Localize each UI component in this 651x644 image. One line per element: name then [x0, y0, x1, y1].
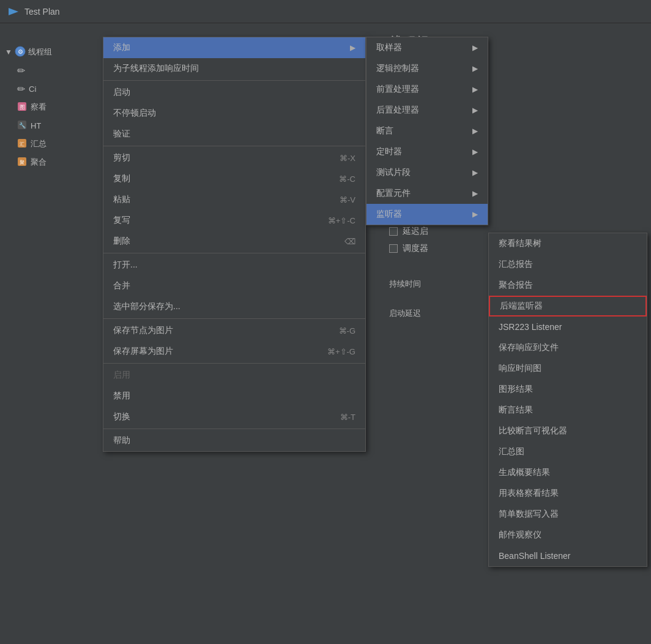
- menu2-item-post-processor[interactable]: 后置处理器 ▶: [366, 100, 488, 121]
- tree-item-thread-group[interactable]: ▼ ⚙ 线程组: [0, 43, 103, 61]
- menu1-help-label: 帮助: [113, 435, 355, 446]
- menu3-item-compare-assertion-visualizer[interactable]: 比较断言可视化器: [489, 421, 647, 441]
- svg-text:聚: 聚: [20, 160, 24, 165]
- menu2-timer-label: 定时器: [376, 146, 402, 157]
- menu1-cut-shortcut: ⌘-X: [340, 154, 355, 163]
- tree-item-juhe-label: 聚合: [31, 157, 46, 168]
- menu1-item-disable[interactable]: 禁用: [103, 386, 365, 406]
- menu1-toggle-label: 切换: [113, 411, 328, 422]
- menu1-open-label: 打开...: [113, 260, 355, 271]
- menu1-paste-label: 粘贴: [113, 194, 327, 205]
- menu1-sep4: [103, 318, 365, 319]
- menu1-item-paste[interactable]: 粘贴 ⌘-V: [103, 189, 365, 210]
- tree-item-juhe[interactable]: 聚 聚合: [0, 153, 103, 171]
- menu3-response-time-graph-label: 响应时间图: [499, 363, 541, 374]
- menu1-start-no-pause-label: 不停顿启动: [113, 108, 355, 119]
- menu1-enable-label: 启用: [113, 370, 355, 381]
- tree-item-huizong[interactable]: 汇 汇总: [0, 135, 103, 153]
- menu3-item-aggregate-report[interactable]: 聚合报告: [489, 275, 647, 296]
- menu3-save-response-label: 保存响应到文件: [499, 342, 559, 353]
- menu3-item-jsr223[interactable]: JSR223 Listener: [489, 316, 647, 337]
- menu2-item-listener[interactable]: 监听器 ▶: [366, 204, 488, 225]
- context-menu-level1: 添加 ▶ 为子线程添加响应时间 启动 不停顿启动 验证 剪切 ⌘-X 复制 ⌘-…: [103, 37, 366, 452]
- menu2-sampler-label: 取样器: [376, 42, 402, 53]
- menu1-paste-shortcut: ⌘-V: [340, 195, 355, 204]
- menu1-item-validate[interactable]: 验证: [103, 124, 365, 144]
- menu1-item-open[interactable]: 打开...: [103, 255, 365, 275]
- menu1-item-cut[interactable]: 剪切 ⌘-X: [103, 148, 365, 168]
- scheduler-checkbox[interactable]: [389, 244, 398, 253]
- menu1-item-save-screen-image[interactable]: 保存屏幕为图片 ⌘+⇧-G: [103, 341, 365, 362]
- menu1-disable-label: 禁用: [113, 391, 355, 402]
- menu1-item-add-response-time[interactable]: 为子线程添加响应时间: [103, 58, 365, 79]
- menu3-summary-report-label: 汇总报告: [499, 259, 533, 270]
- menu1-item-delete[interactable]: 删除 ⌫: [103, 231, 365, 252]
- menu2-item-sampler[interactable]: 取样器 ▶: [366, 37, 488, 58]
- menu3-item-summary-graph[interactable]: 汇总图: [489, 441, 647, 462]
- menu1-item-start[interactable]: 启动: [103, 82, 365, 103]
- menu3-item-backend-listener[interactable]: 后端监听器: [489, 296, 647, 316]
- menu2-item-test-fragment[interactable]: 测试片段 ▶: [366, 162, 488, 183]
- menu1-save-selection-label: 选中部分保存为...: [113, 301, 355, 312]
- menu2-item-config-element[interactable]: 配置元件 ▶: [366, 183, 488, 204]
- svg-marker-0: [9, 8, 18, 15]
- menu3-item-beanshell-listener[interactable]: BeanShell Listener: [489, 545, 647, 566]
- menu1-item-save-selection[interactable]: 选中部分保存为...: [103, 296, 365, 317]
- menu2-logic-controller-arrow: ▶: [472, 64, 478, 73]
- menu2-config-element-label: 配置元件: [376, 188, 411, 199]
- menu3-mailreader-label: 邮件观察仪: [499, 530, 541, 541]
- menu1-save-node-image-shortcut: ⌘-G: [339, 326, 355, 335]
- menu3-item-assertion-results[interactable]: 断言结果: [489, 400, 647, 421]
- menu1-item-save-node-image[interactable]: 保存节点为图片 ⌘-G: [103, 320, 365, 341]
- menu2-listener-label: 监听器: [376, 209, 402, 220]
- menu1-copy-shortcut: ⌘-C: [339, 174, 355, 184]
- tree-item-chakan[interactable]: 图 察看: [0, 98, 103, 116]
- duration-label: 持续时间: [389, 279, 421, 288]
- menu2-sampler-arrow: ▶: [472, 43, 478, 52]
- menu2-pre-processor-arrow: ▶: [472, 85, 478, 94]
- menu1-item-add[interactable]: 添加 ▶: [103, 37, 365, 58]
- menu1-item-copy[interactable]: 复制 ⌘-C: [103, 168, 365, 189]
- title-bar-text: Test Plan: [24, 7, 60, 17]
- menu2-config-element-arrow: ▶: [472, 189, 478, 198]
- menu1-item-toggle[interactable]: 切换 ⌘-T: [103, 406, 365, 427]
- menu2-pre-processor-label: 前置处理器: [376, 84, 419, 95]
- tree-item-ht[interactable]: 🔧 HT: [0, 116, 103, 135]
- menu3-item-mailreader-sampler[interactable]: 邮件观察仪: [489, 525, 647, 545]
- menu1-add-response-time-label: 为子线程添加响应时间: [113, 63, 355, 74]
- menu1-save-screen-image-label: 保存屏幕为图片: [113, 346, 315, 357]
- menu1-item-duplicate[interactable]: 复写 ⌘+⇧-C: [103, 210, 365, 231]
- menu1-save-screen-image-shortcut: ⌘+⇧-G: [327, 347, 355, 356]
- menu1-item-merge[interactable]: 合并: [103, 275, 365, 296]
- menu1-cut-label: 剪切: [113, 152, 327, 163]
- tree-item-ci[interactable]: ✏ Ci: [0, 80, 103, 98]
- menu3-summary-graph-label: 汇总图: [499, 446, 524, 457]
- menu3-graph-results-label: 图形结果: [499, 384, 533, 395]
- menu3-item-save-response[interactable]: 保存响应到文件: [489, 337, 647, 358]
- menu1-sep5: [103, 363, 365, 364]
- menu3-item-graph-results[interactable]: 图形结果: [489, 379, 647, 400]
- menu2-item-timer[interactable]: 定时器 ▶: [366, 141, 488, 162]
- menu3-item-summary-report[interactable]: 汇总报告: [489, 254, 647, 275]
- menu2-item-pre-processor[interactable]: 前置处理器 ▶: [366, 79, 488, 100]
- app-icon: [7, 6, 20, 18]
- menu1-item-help[interactable]: 帮助: [103, 430, 365, 451]
- svg-text:图: 图: [20, 104, 25, 110]
- tree-item-1[interactable]: ✏: [0, 61, 103, 80]
- menu3-item-view-results-table[interactable]: 用表格察看结果: [489, 483, 647, 504]
- menu2-item-assertion[interactable]: 断言 ▶: [366, 121, 488, 141]
- menu1-add-arrow: ▶: [350, 43, 355, 52]
- menu3-item-response-time-graph[interactable]: 响应时间图: [489, 358, 647, 379]
- delayed-start-label: 延迟启: [403, 226, 428, 237]
- menu3-item-simple-data-writer[interactable]: 简单数据写入器: [489, 504, 647, 525]
- menu1-toggle-shortcut: ⌘-T: [340, 413, 355, 422]
- menu1-item-start-no-pause[interactable]: 不停顿启动: [103, 103, 365, 124]
- menu1-item-enable[interactable]: 启用: [103, 365, 365, 386]
- menu1-sep2: [103, 146, 365, 146]
- menu3-view-results-tree-label: 察看结果树: [499, 238, 541, 249]
- menu3-simple-data-writer-label: 简单数据写入器: [499, 509, 559, 520]
- menu2-item-logic-controller[interactable]: 逻辑控制器 ▶: [366, 58, 488, 79]
- delayed-start-checkbox[interactable]: [389, 227, 398, 236]
- menu3-item-generate-summary[interactable]: 生成概要结果: [489, 462, 647, 483]
- menu3-item-view-results-tree[interactable]: 察看结果树: [489, 233, 647, 254]
